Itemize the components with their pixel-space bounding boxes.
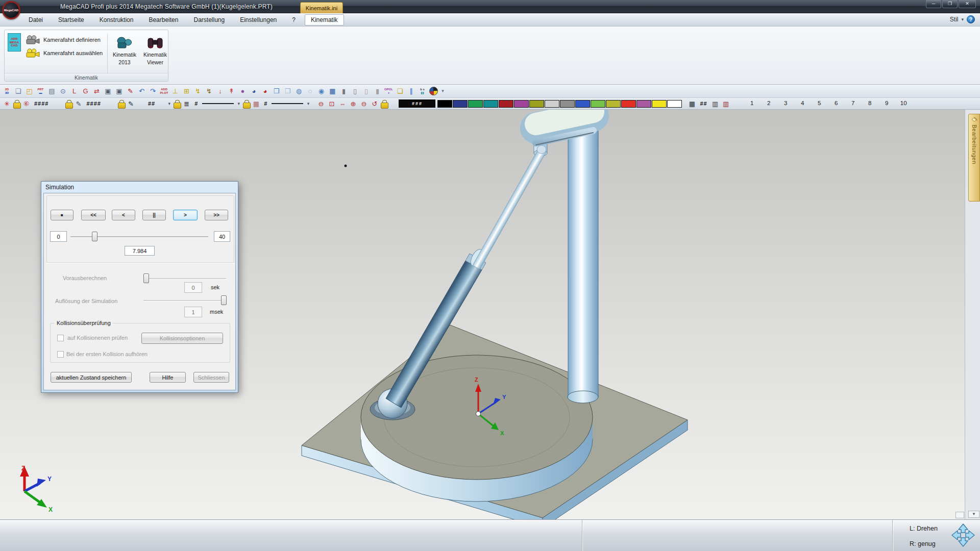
- hatch-icon[interactable]: ▦: [251, 98, 261, 109]
- palette-white[interactable]: [667, 100, 682, 108]
- attr-field[interactable]: ##: [697, 98, 709, 109]
- cylinder-3-icon[interactable]: ▯: [361, 86, 372, 96]
- layer-7[interactable]: 7: [845, 98, 862, 109]
- menu-datei[interactable]: Datei: [22, 14, 49, 26]
- group-field[interactable]: ####: [32, 98, 51, 109]
- close-button[interactable]: ✕: [959, 0, 976, 8]
- palette-red[interactable]: [621, 100, 636, 108]
- render-screen-icon[interactable]: ▦: [327, 86, 338, 96]
- lock-linetype-icon[interactable]: [243, 100, 250, 108]
- palette-blue[interactable]: [575, 100, 590, 108]
- linetype-field[interactable]: #: [261, 98, 270, 109]
- layer-3[interactable]: 3: [777, 98, 794, 109]
- select-arrow-icon[interactable]: ↯: [192, 86, 203, 96]
- resolution-slider-thumb[interactable]: [221, 295, 227, 305]
- zoom-window-icon[interactable]: ⊡: [326, 98, 337, 109]
- restore-button[interactable]: ❐: [942, 0, 958, 8]
- select-arrow2-icon[interactable]: ↯: [204, 86, 214, 96]
- print-preview-icon[interactable]: ⊙: [58, 86, 68, 96]
- zoom-minus-icon[interactable]: ⊖: [358, 98, 369, 109]
- save-prt-icon[interactable]: PRT▬: [35, 86, 46, 96]
- rewind-button[interactable]: <<: [81, 210, 106, 220]
- pen-table-icon[interactable]: ▥: [710, 98, 721, 109]
- menu-bearbeiten[interactable]: Bearbeiten: [142, 14, 184, 26]
- linetype-dropdown[interactable]: ▾: [305, 98, 311, 109]
- layer-1[interactable]: 1: [744, 98, 761, 109]
- current-color-swatch[interactable]: ###: [399, 99, 435, 108]
- stop-first-collision-checkbox[interactable]: [57, 351, 64, 358]
- lock-pen-icon[interactable]: [118, 100, 125, 108]
- pen-table2-icon[interactable]: ▥: [721, 98, 731, 109]
- help-icon[interactable]: ?: [967, 15, 975, 23]
- layer-page-icon[interactable]: ✎: [73, 98, 84, 109]
- window-2-icon[interactable]: ▣: [114, 86, 125, 96]
- piston-rod[interactable]: [473, 145, 546, 269]
- support-column[interactable]: [568, 117, 598, 403]
- zoom-out-icon[interactable]: ⊖: [315, 98, 326, 109]
- page-g-icon[interactable]: G: [80, 86, 91, 96]
- time-slider-thumb[interactable]: [92, 232, 97, 241]
- pen-field[interactable]: ##: [145, 98, 158, 109]
- page-export-icon[interactable]: ❏: [395, 86, 405, 96]
- save-state-button[interactable]: aktuellen Zustand speichern: [51, 372, 132, 383]
- palette-lightgreen[interactable]: [591, 100, 605, 108]
- measure-icon[interactable]: ↟: [226, 86, 237, 96]
- line-width-icon[interactable]: ≣: [181, 98, 192, 109]
- camera-select-button[interactable]: Kamerafahrt auswählen: [26, 48, 103, 58]
- camera-define-button[interactable]: Kamerafahrt definieren: [26, 35, 101, 44]
- lock-color-icon[interactable]: [381, 100, 387, 108]
- kinematik-2013-button[interactable]: Kinematik 2013: [110, 34, 139, 74]
- snap-star-icon[interactable]: ✳: [2, 98, 12, 109]
- sphere-shaded-icon[interactable]: ◍: [293, 86, 304, 96]
- palette-violet[interactable]: [636, 100, 651, 108]
- check-collisions-checkbox[interactable]: [57, 335, 64, 341]
- resolution-slider-track[interactable]: [143, 300, 226, 301]
- palette-green[interactable]: [468, 100, 483, 108]
- layer-field[interactable]: ####: [84, 98, 103, 109]
- zoom-pan-icon[interactable]: ⇔: [337, 98, 348, 109]
- opengl-icon[interactable]: OPGL●: [383, 86, 394, 96]
- scrollbar-down-arrow[interactable]: ▼: [968, 511, 979, 518]
- pie-icon[interactable]: ◕: [260, 86, 271, 96]
- precalc-slider-thumb[interactable]: [143, 273, 149, 283]
- group-page-icon[interactable]: ⑥: [21, 98, 32, 109]
- cylinder-4-icon[interactable]: ▮: [372, 86, 383, 96]
- layer-5[interactable]: 5: [811, 98, 828, 109]
- viewport-corner-button[interactable]: [955, 512, 964, 518]
- menu-einstellungen[interactable]: Einstellungen: [234, 14, 283, 26]
- sphere-wire-icon[interactable]: ◌: [305, 86, 315, 96]
- window-1-icon[interactable]: ▣: [103, 86, 113, 96]
- close-dialog-button[interactable]: Schliessen: [193, 372, 229, 383]
- palette-darkred[interactable]: [499, 100, 513, 108]
- pen-bs-icon[interactable]: b s▮▮: [417, 86, 428, 96]
- palette-navy[interactable]: [453, 100, 468, 108]
- cylinder-1-icon[interactable]: ▮: [338, 86, 349, 96]
- pen-icon[interactable]: ✎: [126, 98, 136, 109]
- add-megacad-icon[interactable]: ADD MEGA CAD: [8, 33, 21, 52]
- precalc-value-field[interactable]: 0: [184, 282, 202, 293]
- redo-icon[interactable]: ↷: [148, 86, 158, 96]
- new-file-icon[interactable]: ❏: [13, 86, 23, 96]
- zoom-previous-icon[interactable]: ↺: [369, 98, 380, 109]
- collision-options-button[interactable]: Kollisionsoptionen: [141, 333, 223, 344]
- title-bar[interactable]: MegaCAD Profi plus 2014 Megatech Softwar…: [0, 0, 980, 13]
- pen-dropdown[interactable]: ▾: [166, 98, 173, 109]
- palette-yellowolive[interactable]: [606, 100, 621, 108]
- lock-linewidth-icon[interactable]: [174, 100, 180, 108]
- forward-button[interactable]: >>: [205, 210, 228, 220]
- open-folder-icon[interactable]: ◰: [24, 86, 35, 96]
- kinematik-viewer-button[interactable]: Kinematik Viewer: [140, 34, 170, 74]
- precalc-slider-track[interactable]: [143, 278, 226, 279]
- color-wheel-icon[interactable]: [428, 86, 439, 96]
- range-max-field[interactable]: 40: [214, 231, 230, 242]
- style-caret-icon[interactable]: ▾: [961, 17, 964, 22]
- undo-icon[interactable]: ↶: [136, 86, 147, 96]
- help-button[interactable]: Hilfe: [150, 372, 186, 383]
- style-selector[interactable]: Stil: [950, 16, 959, 23]
- resolution-value-field[interactable]: 1: [184, 307, 202, 317]
- menu-help[interactable]: ?: [286, 14, 302, 26]
- menu-darstellung[interactable]: Darstellung: [187, 14, 231, 26]
- palette-olive[interactable]: [529, 100, 544, 108]
- simulation-dialog[interactable]: Simulation ■ << < || > >> 0 40 7.984 Vor…: [41, 181, 238, 393]
- axes-icon[interactable]: ⊥: [170, 86, 181, 96]
